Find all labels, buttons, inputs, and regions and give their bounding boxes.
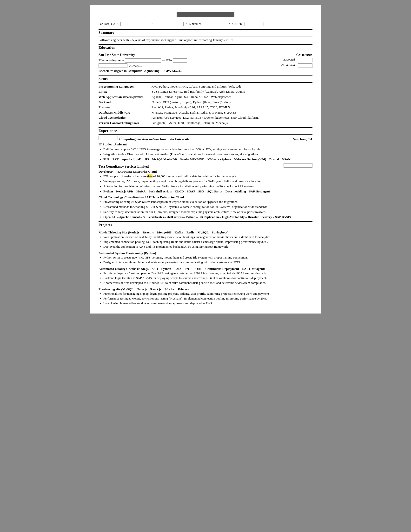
- proj-1-bullet-0: Python script to create new VM, NFS Volu…: [103, 255, 312, 260]
- skill-label-2: Web Application servers/proxies: [99, 94, 152, 100]
- job-1-header: Computing Services — San Jose State Univ…: [99, 136, 312, 142]
- proj-1-bullet-1: Designed to take minimum input, calculat…: [103, 260, 312, 265]
- bullet-3: •: [185, 21, 187, 27]
- gpa-prefix-1: — GPA: [162, 58, 172, 62]
- bullet-1: •: [117, 21, 119, 27]
- school-2-row: University: [99, 63, 274, 68]
- proj-3-bullet-2: Later Re-implemented backend using a mic…: [103, 301, 312, 306]
- project-title-1: Automated System Provisioning (Python): [99, 251, 312, 256]
- skill-label-6: Cloud Technologies: [99, 115, 152, 120]
- expected-date-input[interactable]: [298, 58, 312, 62]
- job-1-location: San Jose, CA: [293, 137, 312, 142]
- job-2-date-input[interactable]: [283, 163, 312, 168]
- skill-value-5: MySQL, MongoDB, Apache Kafka, Redis, SAP…: [152, 110, 312, 115]
- skill-value-3: Node.js, PHP (custom, drupal), Python (f…: [152, 100, 312, 105]
- project-tech-1: (Python): [144, 251, 156, 255]
- graduated-date-input[interactable]: [298, 63, 312, 68]
- name-block: [99, 12, 312, 20]
- degree-field-input[interactable]: [125, 58, 161, 63]
- school-1: San Jose State University: [99, 53, 274, 57]
- job-2-role-2-bullets: Provisioning of complex SAP system lands…: [103, 200, 312, 219]
- bullet-2: •: [151, 21, 153, 27]
- skills-row-1: Linux SUSE Linux Enterprise, Red Hat fam…: [99, 89, 312, 94]
- summary-header: Summary: [99, 29, 312, 36]
- proj-0-bullet-0: Web application focused on scalability f…: [103, 235, 312, 239]
- skills-row-2: Web Application servers/proxies Apache, …: [99, 94, 312, 100]
- skill-label-7: Version Control/Testing tools: [99, 120, 152, 126]
- skill-value-1: SUSE Linux Enterprise, Red Hat family (C…: [152, 89, 312, 94]
- status-label-2: Graduated –: [274, 63, 312, 68]
- resume-document: San Jose, CA • • • LinkedIn: • GitHub: S…: [90, 5, 321, 314]
- edu-left-2: University Bachelor's degree in Computer…: [99, 63, 274, 74]
- location: San Jose, CA: [99, 22, 115, 26]
- job-2-r1-b1: ETL scripts to transform hardware data o…: [103, 174, 312, 179]
- job-2-r1-b2: Web-app serving 150+ users, implementing…: [103, 179, 312, 184]
- linkedin-label: LinkedIn:: [189, 22, 201, 26]
- proj-2-bullet-0: Scripts deployed as "custom operation" o…: [103, 271, 312, 276]
- proj-0-bullet-2: Deployed the application to AWS and Re-i…: [103, 245, 312, 249]
- job-2-header: Tata Consultancy Services Limited: [99, 163, 312, 169]
- edu-right-2: Graduated –: [274, 63, 312, 68]
- location-label-1: California: [274, 53, 312, 57]
- skill-value-0: Java, Python, Node.js, PHP, C, bash scri…: [152, 84, 312, 89]
- skills-row-4: Frontend React-JS, Redux, JavaScript-ES6…: [99, 105, 312, 110]
- project-0: Movie Ticketing Site (Node.js – React.js…: [99, 230, 312, 249]
- job-1-bullets: Building web app for SYSLINUX to manage …: [103, 147, 312, 162]
- project-bullets-0: Web application focused on scalability f…: [103, 235, 312, 249]
- job-1-bullet-2: Integrating Active Directory with Linux,…: [103, 152, 312, 157]
- github-label: GitHub:: [232, 22, 243, 26]
- skills-header: Skills: [99, 76, 312, 83]
- bullet-4: •: [229, 21, 230, 27]
- proj-3-bullet-1: Performance testing (JMeter), asynchrono…: [103, 296, 312, 301]
- project-2: Automated Quality Checks (Node.js – SSH …: [99, 266, 312, 285]
- contact-line: San Jose, CA • • • LinkedIn: • GitHub:: [99, 21, 312, 27]
- project-title-3: Freelancing site (MySQL – Node.js – Reac…: [99, 287, 312, 292]
- job-2-r1-tech: Python – Node.js APIs – HANA – Bash shel…: [103, 190, 270, 193]
- phone-input[interactable]: [120, 22, 149, 26]
- skill-label-0: Programming Languages: [99, 84, 152, 89]
- job-1-bullet-1: Building web app for SYSLINUX to manage …: [103, 147, 312, 152]
- email-input[interactable]: [155, 22, 183, 26]
- job-2-r2-b3: Security concept documentation for our I…: [103, 210, 312, 214]
- highlight-data: data: [147, 174, 153, 178]
- job-2-r2-tech: OpenSSL – Apache Tomcat – SSL certificat…: [103, 215, 291, 219]
- edu-row-2: University Bachelor's degree in Computer…: [99, 63, 312, 74]
- job-2-r2-b2: Researched methods for enabling SSL/TLS …: [103, 205, 312, 209]
- project-title-0: Movie Ticketing Site (Node.js – React.js…: [99, 230, 312, 235]
- school-2-suffix: University: [128, 63, 142, 68]
- skills-row-3: Backend Node.js, PHP (custom, drupal), P…: [99, 100, 312, 105]
- job-1-prefix-input[interactable]: [99, 136, 118, 140]
- degree-prefix-1: Master's degree in: [99, 58, 124, 62]
- job-1-title: IT Student Assistant: [99, 142, 312, 147]
- skill-label-4: Frontend: [99, 105, 152, 110]
- job-2-r1-b3: Automation for provisioning of infrastru…: [103, 184, 312, 189]
- experience-header: Experience: [99, 127, 312, 134]
- project-bullets-1: Python script to create new VM, NFS Volu…: [103, 255, 312, 265]
- project-title-2: Automated Quality Checks (Node.js – SSH …: [99, 266, 312, 271]
- gpa-input-1[interactable]: [173, 58, 187, 63]
- job-1-tech: PHP – PXE – Apache httpd2 – IIS – MySQL …: [103, 157, 291, 161]
- project-1: Automated System Provisioning (Python) P…: [99, 251, 312, 265]
- skills-table: Programming Languages Java, Python, Node…: [99, 84, 312, 126]
- project-tech-0: (Node.js – React.js – MongoDB – Kafka – …: [128, 230, 228, 234]
- proj-0-bullet-1: Implemented connection pooling, SQL cach…: [103, 240, 312, 244]
- degree-2: Bachelor's degree in Computer Engineerin…: [99, 68, 274, 73]
- skills-row-5: Databases/Middleware MySQL, MongoDB, Apa…: [99, 110, 312, 115]
- job-2-company: Tata Consultancy Services Limited: [99, 164, 149, 169]
- github-input[interactable]: [245, 22, 264, 26]
- proj-2-bullet-2: Another version was developed as a Node.…: [103, 281, 312, 285]
- job-2-r2-b1: Provisioning of complex SAP system lands…: [103, 200, 312, 204]
- school-2-name-input[interactable]: [99, 63, 128, 68]
- skill-value-6: Amazon Web Services (EC2, S3, ELB), Dock…: [152, 115, 312, 120]
- skills-row-0: Programming Languages Java, Python, Node…: [99, 84, 312, 89]
- skill-label-3: Backend: [99, 100, 152, 105]
- skill-label-1: Linux: [99, 89, 152, 94]
- skills-row-6: Cloud Technologies Amazon Web Services (…: [99, 115, 312, 120]
- proj-3-bullet-0: Functionalities for managing signup, log…: [103, 292, 312, 296]
- projects-header: Projects: [99, 221, 312, 229]
- project-bullets-3: Functionalities for managing signup, log…: [103, 292, 312, 306]
- skill-value-2: Apache, Tomcat, Nginx, SAP Hana XS, SAP …: [152, 94, 312, 100]
- education-header: Education: [99, 44, 312, 51]
- degree-text-2: Bachelor's degree in Computer Engineerin…: [99, 69, 182, 73]
- linkedin-input[interactable]: [203, 22, 227, 26]
